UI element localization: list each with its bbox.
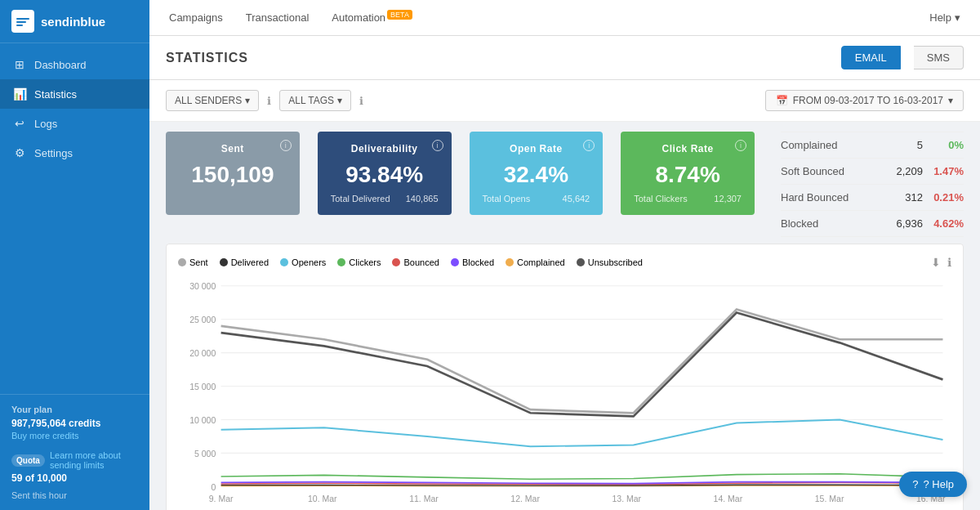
logo: sendinblue	[0, 0, 149, 43]
svg-rect-1	[16, 21, 26, 23]
quota-badge: Quota	[11, 454, 45, 467]
complained-legend-dot	[506, 258, 514, 266]
metric-card-click-rate: Click Rate i 8.74% Total Clickers 12,307	[621, 132, 755, 215]
delivery-label: Deliverability	[331, 143, 439, 154]
metric-card-open-rate: Open Rate i 32.4% Total Opens 45,642	[470, 132, 604, 215]
main-content: Campaigns Transactional AutomationBETA H…	[149, 0, 980, 510]
quota-row: Quota Learn more about sending limits	[11, 450, 138, 470]
sidebar-nav: ⊞ Dashboard 📊 Statistics ↩ Logs ⚙ Settin…	[0, 43, 149, 394]
chart-info-icon[interactable]: ℹ	[947, 256, 951, 269]
svg-text:9. Mar: 9. Mar	[209, 494, 234, 503]
svg-text:20 000: 20 000	[189, 348, 216, 358]
tab-sms[interactable]: SMS	[914, 46, 964, 69]
plan-label: Your plan	[11, 405, 138, 414]
quota-section: Quota Learn more about sending limits 59…	[11, 450, 138, 484]
legend-delivered[interactable]: Delivered	[220, 257, 269, 267]
legend-clickers[interactable]: Clickers	[337, 257, 381, 267]
svg-text:0: 0	[211, 482, 216, 492]
svg-text:25 000: 25 000	[189, 315, 216, 324]
quota-count: 59 of 10,000	[11, 472, 138, 484]
quota-link[interactable]: Learn more about sending limits	[50, 450, 138, 470]
svg-text:5 000: 5 000	[194, 449, 216, 459]
page-title: STATISTICS	[166, 51, 828, 65]
help-float-button[interactable]: ? ? Help	[899, 472, 967, 497]
sidebar-item-label-settings: Settings	[34, 147, 73, 159]
svg-text:12. Mar: 12. Mar	[510, 494, 540, 503]
help-float-icon: ?	[912, 478, 918, 490]
tags-info-icon[interactable]: ℹ	[359, 95, 363, 107]
nav-campaigns[interactable]: Campaigns	[169, 8, 223, 27]
page-content: STATISTICS EMAIL SMS ALL SENDERS ▾ ℹ ALL…	[149, 36, 980, 510]
sidebar-item-settings[interactable]: ⚙ Settings	[0, 138, 149, 168]
click-label: Click Rate	[634, 143, 742, 154]
chevron-down-icon: ▾	[948, 95, 953, 106]
sidebar-item-dashboard[interactable]: ⊞ Dashboard	[0, 50, 149, 79]
clickers-legend-dot	[337, 258, 345, 266]
svg-rect-2	[16, 25, 23, 26]
sent-legend-dot	[178, 258, 186, 266]
delivery-value: 93.84%	[331, 161, 439, 189]
nav-transactional[interactable]: Transactional	[246, 8, 310, 27]
metric-card-deliverability: Deliverability i 93.84% Total Delivered …	[318, 132, 452, 215]
metric-cards: Sent i 150,109 Deliverability i 93.84% T…	[166, 132, 755, 215]
click-sub: Total Clickers 12,307	[634, 194, 742, 204]
legend-blocked[interactable]: Blocked	[451, 257, 494, 267]
help-menu[interactable]: Help ▾	[929, 11, 960, 24]
svg-rect-0	[16, 18, 29, 20]
click-value: 8.74%	[634, 161, 742, 189]
beta-badge: BETA	[387, 10, 412, 20]
side-stats: Complained 5 0% Soft Bounced 2,209 1.47%…	[768, 132, 964, 237]
date-range-button[interactable]: 📅 FROM 09-03-2017 TO 16-03-2017 ▾	[765, 90, 964, 111]
side-stat-soft-bounced: Soft Bounced 2,209 1.47%	[781, 159, 964, 185]
legend-unsubscribed[interactable]: Unsubscribed	[577, 257, 643, 267]
sent-hour: Sent this hour	[11, 490, 138, 500]
logs-icon: ↩	[13, 117, 26, 130]
sidebar: sendinblue ⊞ Dashboard 📊 Statistics ↩ Lo…	[0, 0, 149, 510]
sidebar-item-label-logs: Logs	[34, 118, 57, 130]
sidebar-item-logs[interactable]: ↩ Logs	[0, 109, 149, 138]
sidebar-bottom: Your plan 987,795,064 credits Buy more c…	[0, 394, 149, 510]
settings-icon: ⚙	[13, 146, 26, 159]
legend-bounced[interactable]: Bounced	[392, 257, 439, 267]
side-stat-blocked: Blocked 6,936 4.62%	[781, 211, 964, 237]
delivered-legend-dot	[220, 258, 228, 266]
chart-area: Sent Delivered Openers Clickers Bounced	[166, 244, 964, 510]
help-float-label: ? Help	[923, 478, 954, 490]
chevron-down-icon: ▾	[337, 95, 342, 106]
legend-complained[interactable]: Complained	[506, 257, 565, 267]
senders-info-icon[interactable]: ℹ	[267, 95, 271, 107]
sent-info-icon[interactable]: i	[280, 140, 292, 151]
click-info-icon[interactable]: i	[735, 140, 746, 151]
svg-text:15. Mar: 15. Mar	[815, 494, 844, 503]
senders-filter[interactable]: ALL SENDERS ▾	[166, 90, 259, 111]
legend-openers[interactable]: Openers	[280, 257, 326, 267]
download-chart-icon[interactable]: ⬇	[931, 256, 941, 269]
topnav: Campaigns Transactional AutomationBETA H…	[149, 0, 980, 36]
metrics-wrapper: Sent i 150,109 Deliverability i 93.84% T…	[149, 122, 980, 237]
svg-text:14. Mar: 14. Mar	[714, 494, 743, 503]
svg-text:13. Mar: 13. Mar	[612, 494, 641, 503]
brand-name: sendinblue	[41, 15, 105, 29]
open-value: 32.4%	[483, 161, 590, 189]
blocked-legend-dot	[451, 258, 459, 266]
delivery-sub: Total Delivered 140,865	[331, 194, 439, 204]
stats-header: STATISTICS EMAIL SMS	[149, 36, 980, 80]
open-label: Open Rate	[483, 143, 590, 154]
open-info-icon[interactable]: i	[583, 140, 595, 151]
chevron-down-icon: ▾	[955, 11, 960, 24]
legend-sent[interactable]: Sent	[178, 257, 208, 267]
tab-email[interactable]: EMAIL	[841, 46, 901, 69]
sidebar-item-statistics[interactable]: 📊 Statistics	[0, 79, 149, 109]
chart-legend: Sent Delivered Openers Clickers Bounced	[178, 256, 951, 269]
open-sub: Total Opens 45,642	[483, 194, 590, 204]
logo-icon	[11, 10, 34, 33]
svg-text:15 000: 15 000	[189, 382, 216, 391]
sidebar-item-label-dashboard: Dashboard	[34, 59, 87, 71]
delivery-info-icon[interactable]: i	[432, 140, 443, 151]
svg-text:10. Mar: 10. Mar	[308, 494, 337, 503]
nav-automation[interactable]: AutomationBETA	[332, 7, 412, 27]
buy-credits-link[interactable]: Buy more credits	[11, 431, 138, 441]
line-chart: 0 5 000 10 000 15 000 20 000 25 000 30 0…	[178, 277, 951, 506]
credits-count: 987,795,064 credits	[11, 418, 138, 429]
tags-filter[interactable]: ALL TAGS ▾	[279, 90, 351, 111]
